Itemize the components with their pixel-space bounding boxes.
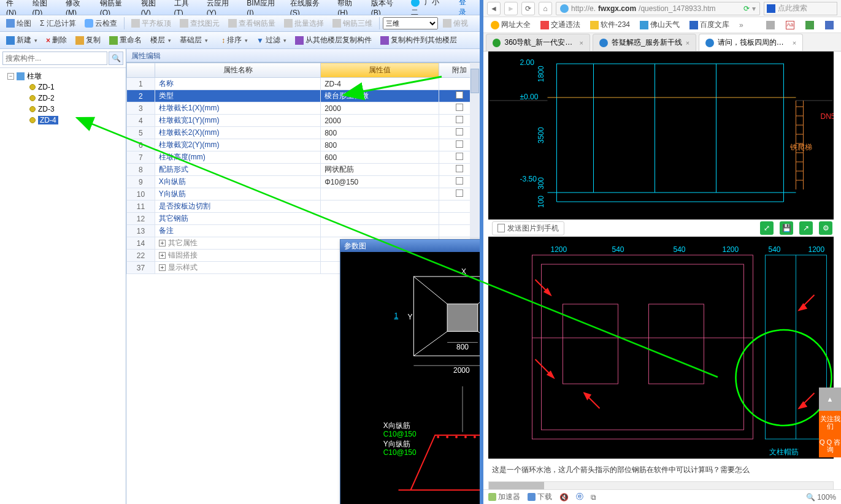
prop-row-7[interactable]: 7柱墩高度(mm)600 — [127, 151, 480, 164]
new-button[interactable]: 新建 — [2, 34, 41, 47]
refresh-icon[interactable]: ⟳ — [743, 4, 750, 13]
browser-tab-2[interactable]: 请问，筏板四周的边...× — [699, 34, 803, 51]
prop-value[interactable]: ZD-4 — [321, 78, 439, 90]
checkbox[interactable] — [456, 153, 463, 160]
checkbox[interactable] — [456, 140, 463, 148]
find-element-button[interactable]: 查找图元 — [176, 17, 223, 30]
collapse-icon[interactable]: − — [7, 73, 14, 80]
browser-search[interactable]: 点此搜索 — [764, 2, 837, 15]
prop-value[interactable]: 800 — [321, 127, 439, 139]
browser-tab-0[interactable]: 360导航_新一代安全...× — [486, 34, 590, 51]
prop-row-2[interactable]: 2类型棱台形上柱墩 — [127, 90, 480, 102]
view-rebar-button[interactable]: 查看钢筋量 — [225, 17, 279, 30]
save-image-button[interactable]: 💾 — [780, 221, 793, 235]
settings-button[interactable]: ⚙ — [819, 221, 832, 235]
sort-button[interactable]: ↕排序 — [218, 34, 252, 47]
foundation-button[interactable]: 基础层 — [176, 34, 212, 47]
back-button[interactable]: ◄ — [487, 2, 501, 15]
scroll-thumb[interactable] — [470, 69, 479, 93]
sum-button[interactable]: Σ 汇总计算 — [36, 17, 80, 30]
copy-to-floor-button[interactable]: 复制构件到其他楼层 — [377, 34, 461, 47]
prop-value[interactable]: 2000 — [321, 102, 439, 115]
status-tab[interactable]: ⧉ — [591, 493, 596, 502]
back-to-top-button[interactable]: ▲ — [819, 388, 841, 411]
fullscreen-button[interactable]: ⤢ — [760, 221, 774, 235]
reload-button[interactable]: ⟳ — [521, 2, 535, 15]
rename-button[interactable]: 重命名 — [106, 34, 145, 47]
copy-button[interactable]: 复制 — [72, 34, 104, 47]
share-button[interactable]: ↗ — [799, 221, 813, 235]
prop-value[interactable] — [321, 225, 439, 237]
horizontal-scrollbar[interactable] — [488, 481, 834, 489]
status-download[interactable]: 下载 — [528, 492, 552, 502]
close-tab-icon[interactable]: × — [580, 39, 583, 47]
checkbox[interactable] — [456, 104, 463, 111]
checkbox[interactable] — [456, 128, 463, 136]
cloud-check-button[interactable]: 云检查 — [81, 17, 121, 30]
bookmark-traffic[interactable]: 交通违法 — [537, 18, 584, 31]
prop-row-10[interactable]: 10Y向纵筋 — [127, 188, 480, 200]
prop-value[interactable]: 800 — [321, 139, 439, 151]
status-ie[interactable]: ⓔ — [576, 492, 583, 502]
search-go-button[interactable]: 🔍 — [109, 52, 123, 65]
close-tab-icon[interactable]: × — [686, 39, 689, 47]
bookmark-wenku[interactable]: 百度文库 — [686, 18, 733, 31]
prop-row-11[interactable]: 11是否按板边切割 — [127, 200, 480, 213]
bookmark-software[interactable]: 软件-234 — [586, 18, 634, 31]
component-tree[interactable]: − 柱墩 ZD-1ZD-2ZD-3ZD-4 — [0, 68, 126, 128]
filter-button[interactable]: ▼过滤 — [253, 34, 290, 47]
floor-select[interactable]: 三维 — [383, 17, 438, 29]
search-input[interactable] — [2, 52, 107, 65]
expand-icon[interactable]: + — [159, 252, 166, 259]
dropdown-icon[interactable]: ▾ — [752, 4, 756, 13]
prop-value[interactable]: 棱台形上柱墩 — [321, 90, 439, 102]
prop-row-6[interactable]: 6柱墩截宽2(Y)(mm)800 — [127, 139, 480, 151]
batch-select-button[interactable]: 批量选择 — [280, 17, 328, 30]
qq-consult-button[interactable]: Q Q 咨询 — [819, 434, 841, 457]
bookmark-sites[interactable]: 网址大全 — [487, 18, 534, 31]
checkbox[interactable] — [456, 116, 463, 123]
checkbox[interactable] — [456, 91, 463, 99]
bookmark-more[interactable]: » — [735, 20, 747, 31]
rebar-3d-button[interactable]: 钢筋三维 — [329, 17, 376, 30]
prop-row-12[interactable]: 12其它钢筋 — [127, 213, 480, 225]
prop-value[interactable]: 2000 — [321, 115, 439, 127]
param-diagram-title[interactable]: 参数图 — [340, 240, 480, 252]
prop-row-1[interactable]: 1名称ZD-4 — [127, 78, 480, 90]
checkbox[interactable] — [456, 165, 463, 172]
home-button[interactable]: ⌂ — [539, 2, 552, 15]
forward-button[interactable]: ► — [504, 2, 518, 15]
send-to-phone-button[interactable]: 发送图片到手机 — [492, 221, 564, 235]
hscroll-thumb[interactable] — [489, 482, 544, 489]
ext-3[interactable] — [802, 20, 818, 31]
copy-from-floor-button[interactable]: 从其他楼层复制构件 — [291, 34, 375, 47]
browser-tab-1[interactable]: 答疑解惑_服务新干线× — [593, 34, 696, 51]
expand-icon[interactable]: + — [159, 264, 166, 271]
flush-slab-button[interactable]: 平齐板顶 — [128, 17, 175, 30]
ext-4[interactable] — [821, 20, 837, 31]
view-mode[interactable]: 俯视 — [439, 17, 472, 30]
prop-value[interactable] — [321, 200, 439, 213]
prop-row-9[interactable]: 9X向纵筋Φ10@150 — [127, 176, 480, 188]
prop-row-8[interactable]: 8配筋形式网状配筋 — [127, 164, 480, 176]
checkbox[interactable] — [456, 177, 463, 185]
prop-row-13[interactable]: 13备注 — [127, 225, 480, 237]
ext-1[interactable] — [762, 20, 778, 31]
prop-row-3[interactable]: 3柱墩截长1(X)(mm)2000 — [127, 102, 480, 115]
prop-value[interactable]: 600 — [321, 151, 439, 164]
bookmark-weather[interactable]: 佛山天气 — [636, 18, 683, 31]
ext-2[interactable]: Aa — [782, 20, 798, 31]
prop-value[interactable] — [321, 213, 439, 225]
address-bar[interactable]: http://e.fwxgx.com/question_1478933.htm … — [556, 2, 760, 15]
tree-leaf-ZD-2[interactable]: ZD-2 — [2, 93, 123, 104]
delete-button[interactable]: ×删除 — [42, 34, 71, 47]
tree-root[interactable]: − 柱墩 — [2, 71, 123, 82]
floor-button[interactable]: 楼层 — [147, 34, 175, 47]
prop-value[interactable]: 网状配筋 — [321, 164, 439, 176]
status-accel[interactable]: 加速器 — [488, 492, 520, 502]
prop-row-4[interactable]: 4柱墩截宽1(Y)(mm)2000 — [127, 115, 480, 127]
expand-icon[interactable]: + — [159, 240, 166, 246]
follow-us-button[interactable]: 关注我们 — [819, 411, 841, 434]
prop-value[interactable] — [321, 188, 439, 200]
prop-row-5[interactable]: 5柱墩截长2(X)(mm)800 — [127, 127, 480, 139]
